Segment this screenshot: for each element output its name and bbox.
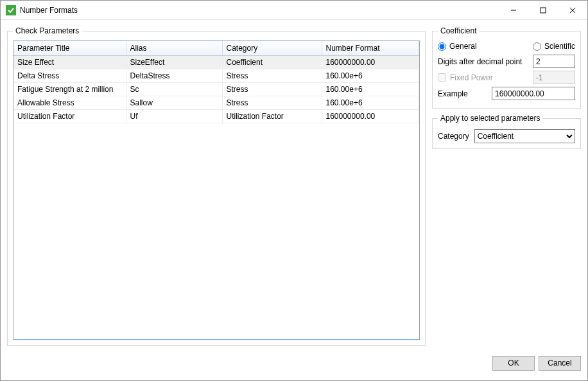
window: Number Formats Check Parameters [0,0,588,381]
left-panel: Check Parameters Parameter Title Alias C… [7,26,426,346]
table-row[interactable]: Delta StressDeltaStressStress160.00e+6 [13,69,419,82]
table-row[interactable]: Size EffectSizeEffectCoefficient16000000… [13,55,419,69]
cancel-button[interactable]: Cancel [539,356,581,371]
scientific-radio-label[interactable]: Scientific [544,42,575,51]
window-title: Number Formats [20,6,78,15]
cell-category: Stress [222,82,322,96]
right-panel: Coefficient General Scientific Digits af… [432,26,581,346]
table-header-row: Parameter Title Alias Category Number Fo… [13,41,419,55]
cell-category: Stress [222,69,322,82]
titlebar: Number Formats [1,1,587,20]
app-icon [6,5,16,15]
cell-format: 160000000.00 [322,55,419,69]
example-output [492,87,575,100]
apply-category-select[interactable]: Coefficient [474,129,575,143]
table-row[interactable]: Fatigue Strength at 2 millionScStress160… [13,82,419,96]
col-header-alias[interactable]: Alias [126,41,222,55]
general-radio[interactable] [438,42,446,51]
cell-format: 160000000.00 [322,109,419,123]
check-parameters-group: Check Parameters Parameter Title Alias C… [7,26,426,346]
svg-rect-1 [540,8,546,13]
cell-title: Size Effect [13,55,126,69]
cell-category: Stress [222,96,322,109]
cell-title: Utilization Factor [13,109,126,123]
cell-alias: Sallow [126,96,222,109]
scientific-radio[interactable] [533,42,541,51]
close-button[interactable] [558,1,587,20]
digits-label: Digits after decimal point [438,57,529,66]
general-radio-label[interactable]: General [449,42,477,51]
cell-category: Coefficient [222,55,322,69]
digits-input[interactable] [533,55,575,68]
client-area: Check Parameters Parameter Title Alias C… [1,20,587,352]
maximize-button[interactable] [528,1,558,20]
coefficient-legend: Coefficient [438,26,479,35]
footer: OK Cancel [1,352,587,380]
cell-title: Allowable Stress [13,96,126,109]
check-parameters-legend: Check Parameters [13,26,82,35]
table-row[interactable]: Utilization FactorUfUtilization Factor16… [13,109,419,123]
cell-format: 160.00e+6 [322,82,419,96]
cell-alias: Uf [126,109,222,123]
cell-format: 160.00e+6 [322,96,419,109]
fixed-power-input [533,71,575,84]
table-row[interactable]: Allowable StressSallowStress160.00e+6 [13,96,419,109]
apply-group: Apply to selected parameters Category Co… [432,114,581,149]
cell-alias: DeltaStress [126,69,222,82]
cell-format: 160.00e+6 [322,69,419,82]
apply-legend: Apply to selected parameters [438,114,542,123]
cell-title: Delta Stress [13,69,126,82]
col-header-format[interactable]: Number Format [322,41,419,55]
apply-category-label: Category [438,132,469,141]
cell-alias: SizeEffect [126,55,222,69]
fixed-power-checkbox[interactable] [438,73,446,82]
minimize-button[interactable] [499,1,528,20]
cell-title: Fatigue Strength at 2 million [13,82,126,96]
coefficient-group: Coefficient General Scientific Digits af… [432,26,581,109]
fixed-power-label[interactable]: Fixed Power [450,73,529,82]
parameters-table[interactable]: Parameter Title Alias Category Number Fo… [13,40,420,340]
col-header-title[interactable]: Parameter Title [13,41,126,55]
cell-alias: Sc [126,82,222,96]
ok-button[interactable]: OK [492,356,535,371]
col-header-category[interactable]: Category [222,41,322,55]
cell-category: Utilization Factor [222,109,322,123]
example-label: Example [438,89,488,98]
